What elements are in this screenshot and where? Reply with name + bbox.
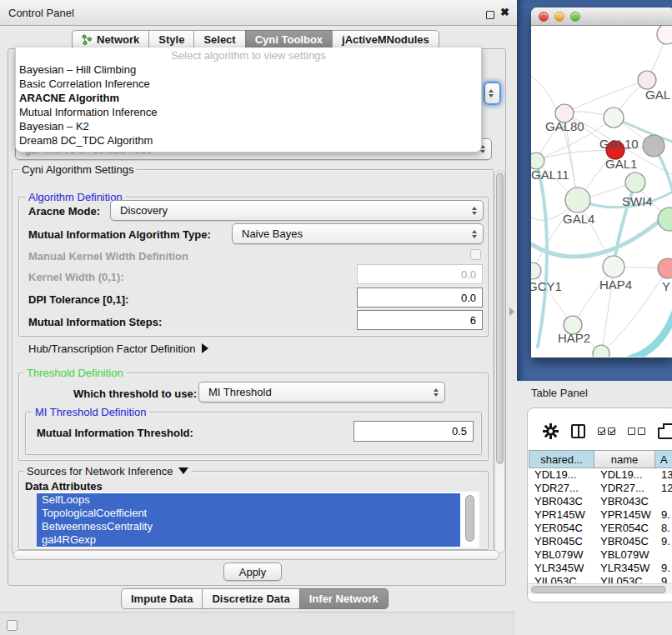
data-attributes-list: SelfLoops TopologicalCoefficient Between… — [37, 492, 479, 548]
table-panel-box: shared... name A YDL19...YDL19...13 YDR2… — [527, 408, 672, 602]
node-hap4[interactable] — [603, 256, 624, 278]
table-sheet-icon[interactable] — [658, 423, 672, 439]
table-row[interactable]: YER054CYER054C8. — [529, 522, 672, 535]
split-columns-icon[interactable] — [571, 424, 585, 438]
node-gcy1[interactable] — [531, 262, 541, 279]
kernel-width-label: Kernel Width (0,1): — [28, 271, 124, 283]
node-gal4[interactable] — [565, 188, 590, 212]
threshold-definition-title: Threshold Definition — [23, 367, 127, 379]
deselect-all-icon[interactable] — [628, 428, 645, 435]
edge-heavy — [629, 313, 672, 357]
node-gray[interactable] — [643, 135, 664, 157]
node-unlabeled[interactable] — [657, 26, 672, 44]
mi-steps-field[interactable]: 6 — [357, 310, 483, 330]
node-label: HAP2 — [558, 331, 590, 345]
node-salmon[interactable] — [658, 258, 672, 278]
table-horizontal-scrollbar[interactable] — [528, 583, 672, 594]
bottom-tab-bar: Impute Data Discretize Data Infer Networ… — [121, 588, 389, 609]
tab-jactivemnodules[interactable]: jActiveMNodules — [332, 30, 439, 49]
control-panel-title: Control Panel — [8, 7, 74, 19]
table-row[interactable]: YDL19...YDL19...13 — [529, 468, 672, 482]
dpi-tolerance-field[interactable]: 0.0 — [357, 288, 483, 308]
network-canvas[interactable]: GAL GAL80 GAL10 GAL1 GAL11 SWI4 GAL4 GCY… — [531, 26, 672, 357]
node-label: GAL — [645, 88, 670, 102]
algorithm-option[interactable]: Bayesian – Hill Climbing — [16, 62, 481, 77]
table-row[interactable]: YBR045CYBR045C9. — [529, 535, 672, 548]
node-gal11[interactable] — [531, 152, 544, 169]
aracne-mode-label: Aracne Mode: — [28, 205, 100, 218]
close-icon[interactable]: ✖ — [500, 6, 509, 18]
column-header-shared[interactable]: shared... — [529, 450, 594, 468]
node-swi4[interactable] — [625, 172, 645, 192]
network-view-window[interactable]: GAL GAL80 GAL10 GAL1 GAL11 SWI4 GAL4 GCY… — [531, 8, 672, 358]
mi-algorithm-type-combo[interactable]: Naive Bayes — [232, 223, 484, 244]
which-threshold-combo[interactable]: MI Threshold — [198, 382, 445, 402]
column-header-name[interactable]: name — [594, 450, 655, 468]
node-label: GAL80 — [545, 119, 584, 133]
tab-style[interactable]: Style — [148, 30, 194, 49]
tab-select[interactable]: Select — [193, 30, 245, 49]
table-row[interactable]: YPR145WYPR145W9. — [529, 508, 672, 522]
node-label: SWI4 — [622, 194, 653, 208]
scrollbar-thumb[interactable] — [496, 172, 504, 464]
collapsed-right-triangle-icon — [202, 343, 208, 353]
table-row[interactable]: YBL079WYBL079W — [529, 548, 672, 562]
network-window-titlebar[interactable] — [531, 8, 672, 26]
which-threshold-label: Which threshold to use: — [73, 388, 197, 400]
settings-group-title: Cyni Algorithm Settings — [18, 163, 137, 176]
splitter-arrow-icon[interactable] — [509, 308, 514, 316]
algorithm-option[interactable]: Bayesian – K2 — [16, 119, 481, 133]
status-strip — [0, 612, 515, 635]
table-panel-title: Table Panel — [531, 387, 588, 399]
tab-network-label: Network — [97, 33, 139, 46]
table-row[interactable]: YLR345WYLR345W9. — [529, 562, 672, 575]
table-row[interactable]: YBR043CYBR043C — [529, 495, 672, 508]
settings-gear-icon[interactable] — [543, 423, 559, 439]
network-desktop: GAL GAL80 GAL10 GAL1 GAL11 SWI4 GAL4 GCY… — [517, 0, 672, 381]
tab-cyni-toolbox[interactable]: Cyni Toolbox — [245, 30, 333, 49]
control-panel-titlebar[interactable]: Control Panel — [0, 0, 517, 26]
attribute-item-selected[interactable]: gal4RGexp — [37, 533, 460, 547]
mac-close-icon[interactable] — [539, 12, 549, 22]
manual-kernel-checkbox[interactable] — [470, 249, 481, 260]
node-gal[interactable] — [638, 71, 656, 89]
algorithm-option[interactable]: Mutual Information Inference — [16, 105, 481, 119]
table-toolbar — [528, 418, 672, 443]
algorithm-option-selected[interactable]: ARACNE Algorithm — [16, 91, 481, 105]
mac-minimize-icon[interactable] — [554, 12, 564, 22]
apply-button[interactable]: Apply — [223, 562, 282, 581]
algorithm-option[interactable]: Dream8 DC_TDC Algorithm — [16, 133, 481, 148]
mi-steps-label: Mutual Information Steps: — [28, 316, 162, 328]
attribute-item-selected[interactable]: TopologicalCoefficient — [37, 507, 460, 520]
popup-placeholder: Select algorithm to view settings — [16, 49, 481, 62]
settings-scrollbar[interactable] — [494, 170, 505, 553]
mac-zoom-icon[interactable] — [570, 12, 580, 22]
sources-group-title[interactable]: Sources for Network Inference — [23, 465, 192, 478]
panel-restore-icon[interactable] — [7, 620, 18, 631]
node-unlabeled[interactable] — [593, 345, 609, 357]
node-label: GCY1 — [531, 279, 562, 293]
algorithm-combo-arrow[interactable] — [484, 82, 501, 105]
node-gal10[interactable] — [604, 108, 624, 128]
mi-threshold-field[interactable]: 0.5 — [354, 421, 474, 442]
algorithm-option[interactable]: Basic Correlation Inference — [16, 77, 481, 91]
select-all-icon[interactable] — [598, 428, 615, 435]
attributes-list-scrollbar[interactable] — [465, 495, 474, 542]
settings-horizontal-scrollbar[interactable] — [13, 550, 499, 560]
tab-infer-network[interactable]: Infer Network — [299, 588, 389, 609]
attribute-item-selected[interactable]: BetweennessCentrality — [37, 520, 460, 533]
manual-kernel-label: Manual Kernel Width Definition — [28, 250, 188, 262]
column-header-partial[interactable]: A — [655, 450, 672, 468]
scrollbar-thumb[interactable] — [531, 586, 666, 593]
tab-discretize-data[interactable]: Discretize Data — [202, 588, 299, 609]
mi-algorithm-type-label: Mutual Information Algorithm Type: — [28, 228, 211, 241]
float-window-icon[interactable] — [486, 11, 494, 19]
table-row[interactable]: YDR27...YDR27...12 — [529, 482, 672, 495]
tab-impute-data[interactable]: Impute Data — [121, 588, 203, 609]
algorithm-dropdown-popup: Select algorithm to view settings Bayesi… — [15, 48, 482, 152]
attribute-item-selected[interactable]: SelfLoops — [37, 493, 460, 507]
kernel-width-field[interactable]: 0.0 — [357, 264, 483, 284]
aracne-mode-combo[interactable]: Discovery — [110, 200, 484, 221]
hub-section-toggle[interactable]: Hub/Transcription Factor Definition — [28, 342, 208, 355]
tab-network[interactable]: Network — [72, 30, 149, 49]
